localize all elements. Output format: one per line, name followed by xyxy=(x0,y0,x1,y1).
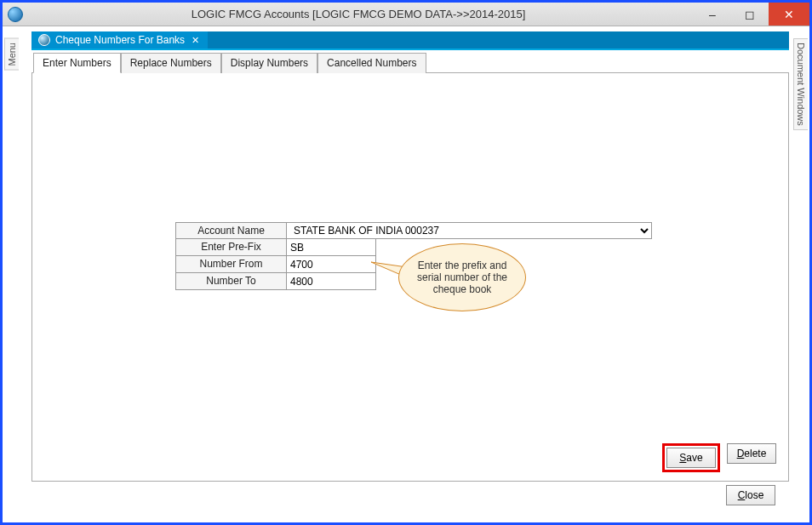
tab-enter-numbers[interactable]: Enter Numbers xyxy=(33,53,121,73)
sidebar-menu-toggle[interactable]: Menu xyxy=(4,38,19,71)
panel-buttons: Save Delete xyxy=(662,443,776,472)
document-tab-icon xyxy=(38,34,50,46)
document-tab-bar: Cheque Numbers For Banks ✕ xyxy=(31,31,789,50)
label-account-name: Account Name xyxy=(175,222,286,239)
tab-panel-enter-numbers: Account Name STATE BANK OF INDIA 000237 … xyxy=(31,73,789,482)
callout: Enter the prefix and serial number of th… xyxy=(364,243,526,317)
prefix-input[interactable] xyxy=(286,239,376,256)
inner-tabs: Enter Numbers Replace Numbers Display Nu… xyxy=(31,52,789,73)
document-tab-cheque-numbers[interactable]: Cheque Numbers For Banks ✕ xyxy=(31,31,208,49)
save-button[interactable]: Save xyxy=(666,448,716,468)
delete-button[interactable]: Delete xyxy=(727,443,776,464)
window-close-button[interactable]: ✕ xyxy=(769,3,809,26)
save-highlight: Save xyxy=(662,443,720,472)
close-button[interactable]: Close xyxy=(726,485,775,505)
window-title: LOGIC FMCG Accounts [LOGIC FMCG DEMO DAT… xyxy=(23,8,694,20)
tab-cancelled-numbers[interactable]: Cancelled Numbers xyxy=(317,53,426,73)
window-controls: – ◻ ✕ xyxy=(694,3,809,26)
sidebar-document-windows-toggle[interactable]: Document Windows xyxy=(793,38,808,130)
number-to-input[interactable] xyxy=(286,273,376,290)
label-prefix: Enter Pre-Fix xyxy=(175,239,286,256)
account-name-select[interactable]: STATE BANK OF INDIA 000237 xyxy=(286,222,652,239)
callout-bubble: Enter the prefix and serial number of th… xyxy=(398,243,526,311)
titlebar: LOGIC FMCG Accounts [LOGIC FMCG DEMO DAT… xyxy=(3,3,809,26)
tab-display-numbers[interactable]: Display Numbers xyxy=(221,53,317,73)
label-number-from: Number From xyxy=(175,256,286,273)
number-from-input[interactable] xyxy=(286,256,376,273)
document-tab-close-icon[interactable]: ✕ xyxy=(190,35,201,46)
document-tab-label: Cheque Numbers For Banks xyxy=(55,34,185,46)
minimize-button[interactable]: – xyxy=(694,3,731,26)
app-icon xyxy=(8,7,23,22)
tab-replace-numbers[interactable]: Replace Numbers xyxy=(121,53,221,73)
label-number-to: Number To xyxy=(175,273,286,290)
app-window: LOGIC FMCG Accounts [LOGIC FMCG DEMO DAT… xyxy=(0,0,812,525)
maximize-button[interactable]: ◻ xyxy=(731,3,769,26)
